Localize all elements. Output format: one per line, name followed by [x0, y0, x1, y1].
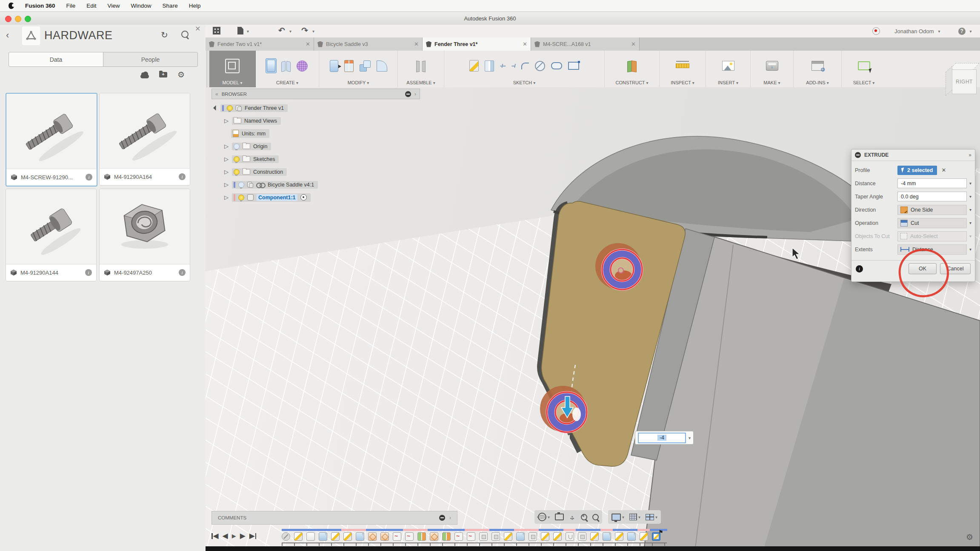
menu-share[interactable]: Share [163, 3, 178, 9]
joint-button[interactable] [414, 59, 428, 73]
timeline-sketch-feature[interactable] [615, 532, 623, 541]
step-forward-small-button[interactable]: ▶ [232, 533, 236, 539]
upload-icon[interactable] [140, 75, 149, 78]
toolbar-grip[interactable] [206, 51, 209, 87]
chevron-down-icon[interactable]: ▾ [970, 29, 972, 34]
tree-node-construction[interactable]: ▷ Construction [211, 166, 420, 177]
step-back-button[interactable]: ◀ [223, 531, 228, 540]
create-form-button[interactable] [295, 59, 309, 73]
gear-icon[interactable]: ⚙ [177, 71, 185, 79]
timeline-hole-feature[interactable] [566, 532, 574, 541]
tree-node-named-views[interactable]: ▷ Named Views [211, 115, 420, 126]
menu-app-name[interactable]: Fusion 360 [25, 3, 55, 9]
tree-node-label[interactable]: Sketches [253, 156, 275, 162]
back-chevron-icon[interactable]: ‹ [6, 30, 9, 41]
tab-people[interactable]: People [103, 52, 197, 66]
tree-node-label[interactable]: Named Views [244, 118, 277, 124]
tree-node-label[interactable]: Fender Three v1 [245, 105, 284, 111]
mirror-button[interactable] [483, 59, 495, 73]
clear-selection-icon[interactable]: ✕ [941, 167, 946, 173]
tree-node-units[interactable]: Units: mm [211, 128, 420, 139]
doc-tab-bicycle-saddle[interactable]: Bicycle Saddle v3 ✕ [314, 37, 423, 51]
chevron-right-icon[interactable]: › [449, 515, 451, 521]
timeline-box-feature[interactable] [306, 532, 315, 541]
view-cube-front-face[interactable]: RIGHT [952, 69, 977, 94]
info-icon[interactable]: i [856, 265, 863, 273]
chevron-down-icon[interactable]: ▾ [969, 221, 971, 225]
zoom-window-button[interactable] [25, 16, 31, 22]
tree-node-origin[interactable]: ▷ Origin [211, 141, 420, 152]
sketch-fillet-button[interactable] [520, 61, 530, 71]
collapsed-triangle-icon[interactable]: ▷ [223, 194, 229, 201]
browser-options-icon[interactable] [405, 91, 411, 97]
group-label[interactable]: ADD-INS [806, 80, 825, 85]
press-pull-button[interactable] [329, 59, 340, 73]
viewports-button[interactable]: ▾ [646, 514, 657, 520]
minimize-window-button[interactable] [15, 16, 21, 22]
redo-icon[interactable]: ↷ [301, 26, 308, 34]
close-window-button[interactable] [5, 16, 11, 22]
combine-button[interactable] [358, 59, 372, 73]
activate-component-radio-icon[interactable] [300, 194, 307, 201]
chevron-down-icon[interactable]: ▾ [938, 29, 940, 34]
view-cube[interactable]: RIGHT [945, 62, 980, 99]
part-card[interactable]: M4-92497A250 [99, 189, 190, 281]
timeline-body-feature[interactable] [529, 532, 537, 541]
tree-node-bicycle-saddle[interactable]: ▷ Bicycle Saddle v4:1 [211, 179, 420, 190]
visibility-bulb-icon[interactable] [238, 182, 244, 188]
chevron-down-icon[interactable]: ▾ [312, 29, 314, 34]
part-card[interactable]: M4-SCREW-91290... [6, 93, 97, 187]
operation-dropdown[interactable]: Cut [897, 218, 967, 228]
menu-view[interactable]: View [108, 3, 120, 9]
data-panel-close-icon[interactable]: ✕ [195, 25, 200, 33]
group-label[interactable]: SELECT [853, 80, 871, 85]
insert-image-button[interactable] [721, 60, 736, 72]
info-icon[interactable] [86, 174, 92, 181]
workspace-menu-model[interactable]: MODEL ▾ [209, 51, 256, 87]
group-label[interactable]: CREATE [276, 80, 295, 85]
visibility-bulb-icon[interactable] [234, 156, 240, 162]
timeline-form-feature[interactable] [454, 532, 463, 541]
pan-button[interactable] [569, 514, 576, 520]
chevron-down-icon[interactable]: ▾ [969, 181, 971, 186]
collapsed-triangle-icon[interactable]: ▷ [223, 118, 229, 124]
chevron-right-icon[interactable]: › [414, 91, 416, 97]
tree-node-component1[interactable]: ▷ Component1:1 [211, 192, 420, 203]
timeline-extrude-feature[interactable] [319, 532, 327, 541]
fit-button[interactable] [592, 514, 599, 520]
canvas-distance-input[interactable]: -4 ▾ [635, 431, 694, 445]
timeline-extrude-feature[interactable] [516, 532, 525, 541]
visibility-bulb-icon[interactable] [238, 195, 244, 201]
collapsed-triangle-icon[interactable]: ▷ [223, 156, 229, 162]
info-icon[interactable] [179, 173, 186, 180]
make-button[interactable] [765, 60, 780, 72]
go-to-end-button[interactable]: ▶ [249, 531, 257, 540]
measure-button[interactable] [674, 62, 691, 69]
group-label[interactable]: INSERT [718, 80, 735, 85]
direction-dropdown[interactable]: One Side [897, 205, 967, 215]
timeline-current-marker[interactable] [652, 532, 660, 541]
grid-settings-button[interactable]: ▾ [629, 514, 640, 520]
chevron-down-icon[interactable]: ▾ [289, 29, 291, 34]
comments-bar[interactable]: COMMENTS › [211, 511, 457, 525]
info-icon[interactable] [179, 269, 186, 276]
sketch-circle-button[interactable] [534, 60, 546, 72]
timeline-joint-feature[interactable] [430, 532, 438, 541]
tree-node-label[interactable]: Origin [253, 143, 267, 149]
addins-button[interactable] [810, 60, 825, 72]
timeline-form-feature[interactable] [405, 532, 414, 541]
close-tab-icon[interactable]: ✕ [414, 41, 419, 47]
zoom-button[interactable] [581, 514, 587, 520]
split-body-button[interactable] [343, 59, 355, 73]
menu-edit[interactable]: Edit [86, 3, 96, 9]
extrude-dialog-header[interactable]: EXTRUDE » [851, 149, 975, 161]
doc-tab-fender-two[interactable]: Fender Two v1 v1* ✕ [206, 37, 314, 51]
visibility-bulb-icon[interactable] [227, 105, 233, 111]
timeline-body-feature[interactable] [578, 532, 586, 541]
timeline-extrude-feature[interactable] [603, 532, 611, 541]
timeline-joint-feature[interactable] [380, 532, 389, 541]
timeline-sketch-feature[interactable] [590, 532, 599, 541]
go-to-start-button[interactable]: ◀ [211, 531, 219, 540]
comments-options-icon[interactable] [439, 515, 445, 521]
display-settings-button[interactable]: ▾ [611, 514, 624, 521]
